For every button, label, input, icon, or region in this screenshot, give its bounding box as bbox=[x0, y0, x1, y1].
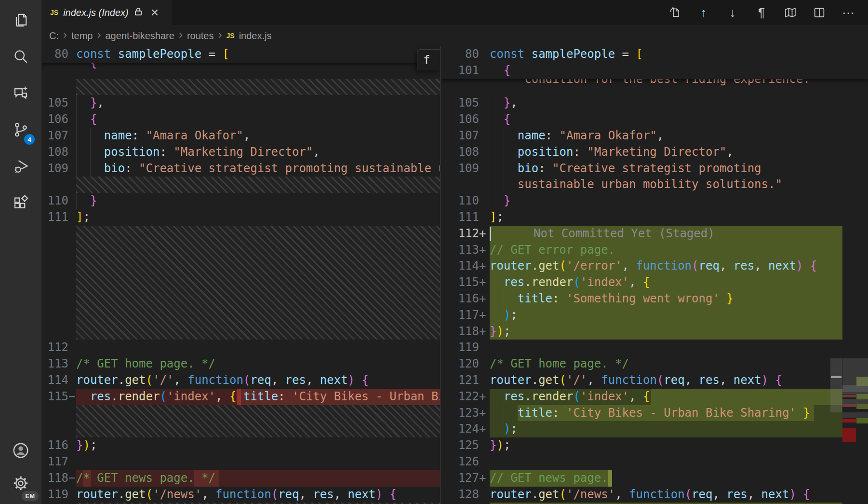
code-line[interactable]: 108 position: "Marketing Director", bbox=[441, 144, 868, 161]
code-line[interactable]: 120/* GET home page. */ bbox=[441, 356, 868, 372]
code-line[interactable]: 105 }, bbox=[41, 95, 440, 111]
hatch-filler bbox=[41, 226, 440, 340]
line-number: 114 bbox=[48, 372, 68, 389]
sidebar-item-source-control[interactable]: 4 bbox=[8, 118, 34, 144]
code-line[interactable]: 106 { bbox=[441, 111, 868, 128]
sidebar-item-search[interactable] bbox=[8, 44, 34, 70]
code-line[interactable]: 117+ ); bbox=[441, 307, 868, 324]
breadcrumb-item[interactable]: C: bbox=[49, 30, 59, 41]
vscode-window: 4 EM JS bbox=[0, 0, 868, 504]
breadcrumb-item[interactable]: temp bbox=[71, 30, 93, 41]
scrollbar-slider bbox=[830, 358, 842, 412]
code-line[interactable]: sustainable urban mobility solutions." bbox=[441, 177, 868, 193]
gutter: 117 bbox=[41, 454, 76, 470]
code-line[interactable]: 107 name: "Amara Okafor", bbox=[41, 128, 440, 144]
next-change-icon[interactable]: ↓ bbox=[725, 5, 740, 20]
gutter: 124+ bbox=[441, 421, 490, 437]
code-line[interactable]: 113/* GET home page. */ bbox=[41, 356, 440, 372]
code-line[interactable]: 108 position: "Marketing Director", bbox=[41, 144, 440, 161]
diff-marker: + bbox=[479, 421, 490, 437]
code-line[interactable]: 123+ title: 'City Bikes - Urban Bike Sha… bbox=[441, 405, 868, 422]
diff-marker bbox=[479, 437, 490, 454]
split-editor-icon[interactable] bbox=[812, 5, 827, 20]
code-line[interactable]: 115− res.render('index', { title: 'City … bbox=[41, 389, 440, 405]
line-number: 107 bbox=[48, 128, 68, 144]
hatch-filler bbox=[41, 79, 440, 95]
sticky-scroll[interactable]: 80const samplePeople = [ bbox=[41, 46, 440, 63]
code-line[interactable]: 115+ res.render('index', { bbox=[441, 274, 868, 291]
code-line[interactable]: 117 bbox=[41, 454, 440, 470]
code-line[interactable]: 125}); bbox=[441, 437, 868, 454]
map-icon[interactable] bbox=[783, 5, 798, 20]
sticky-scroll[interactable]: 80const samplePeople = [101 { bbox=[441, 46, 868, 79]
diff-marker: − bbox=[68, 470, 76, 487]
diff-marker bbox=[68, 405, 76, 438]
code-line[interactable]: 107 name: "Amara Okafor", bbox=[441, 128, 868, 144]
gutter: 80 bbox=[41, 46, 76, 63]
breadcrumb-file[interactable]: index.js bbox=[239, 30, 272, 41]
settings-button[interactable]: EM bbox=[8, 471, 34, 497]
code-line[interactable]: 105 }, bbox=[441, 95, 868, 111]
gutter: 108 bbox=[41, 144, 76, 161]
diff-marker: + bbox=[479, 242, 490, 259]
code-line[interactable]: 112 bbox=[41, 340, 440, 356]
chevron-right-icon: › bbox=[179, 29, 183, 41]
code-line[interactable]: 119router.get('/news', function(req, res… bbox=[41, 487, 440, 503]
code-line[interactable]: 114+router.get('/error', function(req, r… bbox=[441, 258, 868, 274]
code-line[interactable]: 114router.get('/', function(req, res, ne… bbox=[41, 372, 440, 389]
code-line[interactable]: 124+ ); bbox=[441, 421, 868, 437]
blame-annotation: Not Committed Yet (Staged) bbox=[534, 226, 715, 242]
code-line[interactable]: 80const samplePeople = [ bbox=[41, 46, 440, 63]
diff-marker bbox=[479, 63, 490, 79]
diff-marker bbox=[68, 95, 76, 111]
gutter: 123+ bbox=[441, 405, 490, 422]
code-line[interactable]: 109 bio: "Creative strategist promoting … bbox=[41, 161, 440, 177]
whitespace-icon[interactable]: ¶ bbox=[754, 5, 769, 20]
sidebar-item-extensions[interactable] bbox=[8, 191, 34, 217]
code-line[interactable]: 109 bio: "Creative strategist promoting bbox=[441, 161, 868, 177]
close-icon[interactable]: × bbox=[151, 8, 159, 17]
line-number: 125 bbox=[458, 437, 479, 454]
gutter: 117+ bbox=[441, 307, 490, 324]
code-line[interactable]: 106 { bbox=[41, 111, 440, 128]
breadcrumb-item[interactable]: agent-bikeshare bbox=[105, 30, 174, 41]
code-line[interactable]: condition for the best riding experience… bbox=[441, 79, 868, 95]
gutter: 111 bbox=[441, 209, 490, 226]
swap-changes-icon[interactable] bbox=[668, 5, 682, 20]
code-line[interactable]: 111]; bbox=[441, 209, 868, 226]
files-icon bbox=[12, 11, 29, 30]
tab-indexjs[interactable]: JS index.js (Index) × bbox=[41, 0, 172, 25]
sidebar-item-explorer[interactable] bbox=[8, 8, 34, 34]
code-line[interactable]: 118−/* GET news page. */ bbox=[41, 470, 440, 487]
minimap[interactable] bbox=[830, 46, 868, 504]
code-line[interactable]: 101 { bbox=[441, 63, 868, 79]
code-line[interactable]: 121router.get('/', function(req, res, ne… bbox=[441, 372, 868, 389]
gutter: 114 bbox=[41, 372, 76, 389]
code-line[interactable]: 110 } bbox=[41, 193, 440, 209]
gutter: 119 bbox=[41, 487, 76, 503]
code-line[interactable]: 119 bbox=[441, 340, 868, 356]
code-line[interactable]: 110 } bbox=[441, 193, 868, 209]
code-line[interactable]: { bbox=[41, 63, 440, 79]
code-line[interactable]: 116+ title: 'Something went wrong' } bbox=[441, 291, 868, 307]
code-line[interactable]: 112+Not Committed Yet (Staged) bbox=[441, 226, 868, 242]
breadcrumb-item[interactable]: routes bbox=[187, 30, 214, 41]
diff-marker bbox=[68, 177, 76, 193]
code-line[interactable]: 118+}); bbox=[441, 324, 868, 340]
account-button[interactable] bbox=[8, 438, 34, 464]
sidebar-item-chat[interactable] bbox=[8, 81, 34, 107]
prev-change-icon[interactable]: ↑ bbox=[696, 5, 711, 20]
code-line[interactable]: 80const samplePeople = [ bbox=[441, 46, 868, 63]
account-icon bbox=[12, 441, 30, 462]
gutter: 115− bbox=[41, 389, 76, 405]
diff-marker bbox=[479, 454, 490, 470]
code-line[interactable]: 127+// GET news page. bbox=[441, 470, 868, 487]
code-line[interactable]: 116}); bbox=[41, 437, 440, 454]
code-line[interactable]: 111]; bbox=[41, 209, 440, 226]
more-actions-icon[interactable]: ··· bbox=[841, 5, 855, 20]
sidebar-item-run-debug[interactable] bbox=[8, 154, 34, 180]
code-line[interactable]: 122+ res.render('index', { bbox=[441, 389, 868, 405]
code-line[interactable]: 128router.get('/news', function(req, res… bbox=[441, 487, 868, 503]
code-line[interactable]: 126 bbox=[441, 454, 868, 470]
code-line[interactable]: 113+// GET error page. bbox=[441, 242, 868, 259]
